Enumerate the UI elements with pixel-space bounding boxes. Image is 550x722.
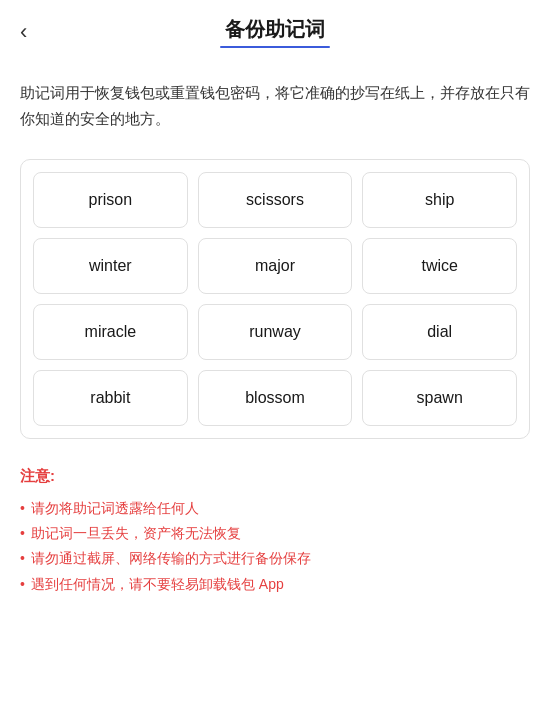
- notice-item-4: 遇到任何情况，请不要轻易卸载钱包 App: [20, 572, 530, 597]
- notice-item-3: 请勿通过截屏、网络传输的方式进行备份保存: [20, 546, 530, 571]
- title-underline: [220, 46, 330, 48]
- notice-section: 注意: 请勿将助记词透露给任何人助记词一旦丢失，资产将无法恢复请勿通过截屏、网络…: [0, 451, 550, 613]
- back-button[interactable]: ‹: [20, 21, 27, 43]
- mnemonic-word-6: twice: [362, 238, 517, 294]
- mnemonic-grid: prisonscissorsshipwintermajortwicemiracl…: [33, 172, 517, 426]
- mnemonic-grid-container: prisonscissorsshipwintermajortwicemiracl…: [20, 159, 530, 439]
- mnemonic-word-7: miracle: [33, 304, 188, 360]
- mnemonic-word-10: rabbit: [33, 370, 188, 426]
- mnemonic-word-3: ship: [362, 172, 517, 228]
- mnemonic-word-1: prison: [33, 172, 188, 228]
- description-text: 助记词用于恢复钱包或重置钱包密码，将它准确的抄写在纸上，并存放在只有你知道的安全…: [0, 64, 550, 147]
- mnemonic-word-9: dial: [362, 304, 517, 360]
- header-title-wrapper: 备份助记词: [225, 16, 325, 48]
- notice-item-1: 请勿将助记词透露给任何人: [20, 496, 530, 521]
- notice-item-2: 助记词一旦丢失，资产将无法恢复: [20, 521, 530, 546]
- mnemonic-word-12: spawn: [362, 370, 517, 426]
- header: ‹ 备份助记词: [0, 0, 550, 64]
- mnemonic-word-4: winter: [33, 238, 188, 294]
- mnemonic-word-11: blossom: [198, 370, 353, 426]
- notice-list: 请勿将助记词透露给任何人助记词一旦丢失，资产将无法恢复请勿通过截屏、网络传输的方…: [20, 496, 530, 597]
- mnemonic-word-8: runway: [198, 304, 353, 360]
- page-title: 备份助记词: [225, 16, 325, 43]
- mnemonic-word-2: scissors: [198, 172, 353, 228]
- notice-title: 注意:: [20, 467, 530, 486]
- mnemonic-word-5: major: [198, 238, 353, 294]
